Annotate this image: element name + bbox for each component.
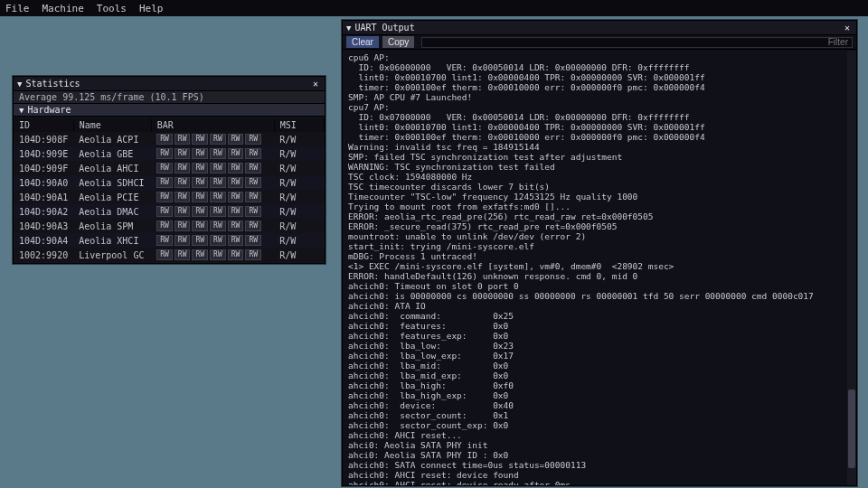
rw-button[interactable]: RW (156, 221, 173, 231)
rw-button[interactable]: RW (156, 249, 173, 260)
close-icon[interactable]: ✕ (310, 79, 321, 89)
cell-msi: R/W (274, 161, 324, 175)
collapse-icon: ▼ (17, 80, 22, 89)
cell-msi: R/W (274, 146, 324, 161)
rw-button[interactable]: RW (192, 192, 208, 202)
rw-button[interactable]: RW (228, 206, 244, 217)
rw-button[interactable]: RW (175, 163, 191, 174)
rw-button[interactable]: RW (210, 192, 226, 202)
table-row: 1002:9921Liverpool HDACRWRWRWRWRWRWR/W (14, 262, 325, 263)
cell-bar: RWRWRWRWRWRW (151, 161, 274, 175)
rw-button[interactable]: RW (210, 235, 226, 246)
rw-button[interactable]: RW (156, 163, 173, 174)
col-bar[interactable]: BAR (151, 118, 274, 132)
table-row: 104D:908FAeolia ACPIRWRWRWRWRWRWR/W (14, 132, 325, 146)
rw-button[interactable]: RW (245, 249, 261, 260)
rw-button[interactable]: RW (156, 148, 173, 159)
rw-button[interactable]: RW (228, 163, 244, 174)
rw-button[interactable]: RW (156, 192, 173, 202)
copy-button[interactable]: Copy (382, 36, 414, 48)
rw-button[interactable]: RW (228, 235, 244, 246)
menu-file[interactable]: File (5, 3, 30, 14)
rw-button[interactable]: RW (228, 177, 244, 188)
cell-name: Liverpool HDAC (73, 262, 151, 263)
cell-bar: RWRWRWRWRWRW (151, 248, 274, 262)
rw-button[interactable]: RW (192, 206, 208, 217)
statistics-titlebar[interactable]: ▼ Statistics ✕ (14, 77, 325, 91)
statistics-title: Statistics (25, 79, 80, 89)
rw-button[interactable]: RW (192, 221, 208, 231)
menu-machine[interactable]: Machine (42, 3, 84, 14)
rw-button[interactable]: RW (175, 177, 191, 188)
rw-button[interactable]: RW (210, 148, 226, 159)
cell-msi: R/W (274, 204, 324, 219)
rw-button[interactable]: RW (228, 134, 244, 145)
cell-msi: R/W (274, 248, 324, 262)
rw-button[interactable]: RW (175, 148, 191, 159)
uart-scrollbar[interactable] (847, 51, 856, 485)
rw-button[interactable]: RW (175, 235, 191, 246)
menu-tools[interactable]: Tools (97, 3, 127, 14)
rw-button[interactable]: RW (156, 235, 173, 246)
rw-button[interactable]: RW (245, 235, 261, 246)
table-row: 104D:909EAeolia GBERWRWRWRWRWRWR/W (14, 146, 325, 161)
rw-button[interactable]: RW (228, 221, 244, 231)
menu-help[interactable]: Help (139, 3, 164, 14)
rw-button[interactable]: RW (192, 148, 208, 159)
rw-button[interactable]: RW (245, 177, 261, 188)
cell-name: Aeolia ACPI (73, 132, 151, 146)
rw-button[interactable]: RW (156, 134, 173, 145)
uart-toolbar: Clear Copy (343, 35, 856, 50)
rw-button[interactable]: RW (245, 221, 261, 231)
rw-button[interactable]: RW (175, 221, 191, 231)
rw-button[interactable]: RW (210, 163, 226, 174)
rw-button[interactable]: RW (228, 249, 244, 260)
table-row: 104D:90A3Aeolia SPMRWRWRWRWRWRWR/W (14, 219, 325, 233)
statistics-avg-line: Average 99.125 ms/frame (10.1 FPS) (14, 91, 325, 104)
cell-name: Aeolia SDHCI (73, 175, 151, 190)
close-icon[interactable]: ✕ (842, 23, 853, 33)
rw-button[interactable]: RW (210, 134, 226, 145)
cell-bar: RWRWRWRWRWRW (151, 219, 274, 233)
cell-id: 1002:9921 (14, 262, 73, 263)
cell-bar: RWRWRWRWRWRW (151, 132, 274, 146)
rw-button[interactable]: RW (192, 249, 208, 260)
rw-button[interactable]: RW (245, 192, 261, 202)
rw-button[interactable]: RW (175, 192, 191, 202)
statistics-panel: ▼ Statistics ✕ Average 99.125 ms/frame (… (13, 76, 326, 264)
cell-bar: RWRWRWRWRWRW (151, 175, 274, 190)
rw-button[interactable]: RW (228, 148, 244, 159)
cell-id: 104D:908F (14, 132, 73, 146)
rw-button[interactable]: RW (245, 163, 261, 174)
main-menubar: File Machine Tools Help (0, 0, 868, 16)
rw-button[interactable]: RW (156, 206, 173, 217)
rw-button[interactable]: RW (210, 249, 226, 260)
rw-button[interactable]: RW (192, 163, 208, 174)
clear-button[interactable]: Clear (346, 36, 379, 48)
cell-name: Aeolia DMAC (73, 204, 151, 219)
cell-bar: RWRWRWRWRWRW (151, 146, 274, 161)
rw-button[interactable]: RW (175, 206, 191, 217)
rw-button[interactable]: RW (192, 177, 208, 188)
rw-button[interactable]: RW (156, 177, 173, 188)
rw-button[interactable]: RW (245, 148, 261, 159)
col-msi[interactable]: MSI (274, 118, 324, 132)
rw-button[interactable]: RW (175, 134, 191, 145)
col-name[interactable]: Name (73, 118, 151, 132)
rw-button[interactable]: RW (175, 249, 191, 260)
table-row: 104D:909FAeolia AHCIRWRWRWRWRWRWR/W (14, 161, 325, 175)
filter-input[interactable] (421, 37, 853, 48)
col-id[interactable]: ID (14, 118, 73, 132)
rw-button[interactable]: RW (192, 134, 208, 145)
hardware-header[interactable]: ▼ Hardware (14, 104, 325, 117)
uart-scroll-thumb[interactable] (848, 389, 855, 468)
rw-button[interactable]: RW (245, 206, 261, 217)
uart-titlebar[interactable]: ▼ UART Output ✕ (343, 21, 856, 35)
rw-button[interactable]: RW (210, 206, 226, 217)
rw-button[interactable]: RW (210, 177, 226, 188)
rw-button[interactable]: RW (210, 221, 226, 231)
rw-button[interactable]: RW (192, 235, 208, 246)
cell-name: Aeolia GBE (73, 146, 151, 161)
rw-button[interactable]: RW (245, 134, 261, 145)
rw-button[interactable]: RW (228, 192, 244, 202)
